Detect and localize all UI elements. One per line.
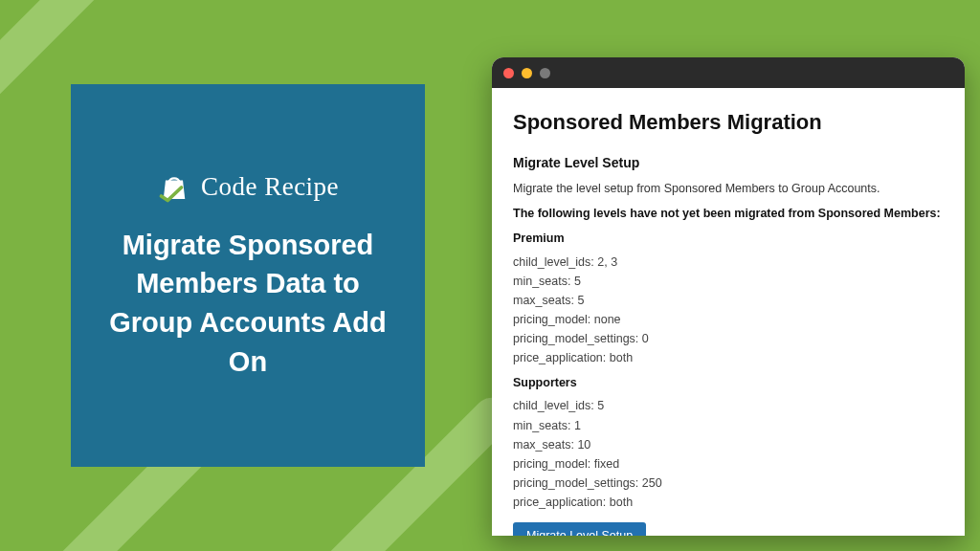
level-field: price_application: both (513, 349, 944, 366)
field-value: 5 (597, 399, 604, 412)
window-maximize-icon[interactable] (540, 68, 550, 78)
field-value: 2, 3 (597, 255, 617, 269)
brand-row: Code Recipe (157, 170, 339, 205)
level-name: Supporters (513, 374, 944, 391)
promo-card: Code Recipe Migrate Sponsored Members Da… (71, 84, 425, 467)
brand-name: Code Recipe (201, 172, 339, 202)
field-value: none (594, 313, 621, 326)
migrate-level-setup-button[interactable]: Migrate Level Setup (513, 522, 646, 536)
level-field: pricing_model_settings: 250 (513, 474, 944, 492)
window-content: Sponsored Members Migration Migrate Leve… (492, 88, 965, 536)
level-field: max_seats: 5 (513, 292, 944, 309)
level-field: min_seats: 5 (513, 273, 944, 290)
field-value: 250 (642, 476, 662, 490)
window-close-icon[interactable] (503, 68, 514, 78)
level-field: min_seats: 1 (513, 417, 944, 434)
intro-text: Migrate the level setup from Sponsored M… (513, 180, 944, 197)
window-minimize-icon[interactable] (522, 68, 532, 78)
field-value: 5 (574, 275, 581, 288)
level-name: Premium (513, 230, 944, 247)
level-block: Supporters child_level_ids: 5 min_seats:… (513, 374, 944, 511)
shopping-bag-check-icon (157, 170, 191, 205)
level-field: max_seats: 10 (513, 436, 944, 453)
section-heading: Migrate Level Setup (513, 153, 944, 172)
field-value: both (610, 351, 633, 364)
window-titlebar (492, 57, 965, 88)
field-value: 0 (642, 332, 649, 345)
level-block: Premium child_level_ids: 2, 3 min_seats:… (513, 230, 944, 366)
level-field: pricing_model: none (513, 311, 944, 328)
level-field: child_level_ids: 2, 3 (513, 253, 944, 271)
level-field: child_level_ids: 5 (513, 397, 944, 414)
level-field: price_application: both (513, 494, 944, 511)
field-value: fixed (594, 457, 619, 471)
browser-window: Sponsored Members Migration Migrate Leve… (492, 57, 965, 536)
field-value: 1 (574, 419, 581, 432)
field-value: both (610, 496, 633, 509)
level-field: pricing_model: fixed (513, 455, 944, 473)
level-field: pricing_model_settings: 0 (513, 330, 944, 347)
page-title: Sponsored Members Migration (513, 107, 944, 138)
field-value: 5 (577, 294, 584, 307)
promo-title: Migrate Sponsored Members Data to Group … (96, 226, 400, 381)
field-value: 10 (577, 438, 590, 452)
pending-notice: The following levels have not yet been m… (513, 205, 944, 222)
